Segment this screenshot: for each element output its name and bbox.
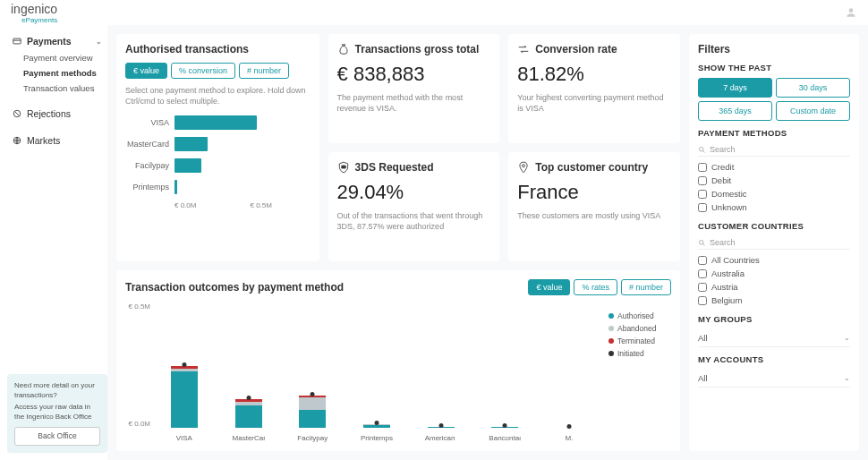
svg-text:3D: 3D	[341, 165, 345, 169]
filter-7days[interactable]: 7 days	[698, 78, 772, 98]
cc-search[interactable]: Search	[698, 236, 850, 250]
search-icon	[698, 239, 706, 247]
cc-belgium[interactable]: Belgium	[698, 294, 850, 307]
accounts-select[interactable]: All⌄	[698, 370, 850, 388]
outcomes-vbar-chart[interactable]: € 0.5M€ 0.0M VISAMasterCardFacilypayPrin…	[125, 302, 601, 442]
filter-365days[interactable]: 365 days	[698, 101, 772, 121]
pm-unknown[interactable]: Unknown	[698, 200, 850, 214]
svg-line-4	[15, 112, 20, 116]
top-country-value: France	[517, 181, 671, 204]
nav-payment-methods[interactable]: Payment methods	[7, 65, 107, 81]
user-icon[interactable]	[845, 6, 857, 19]
gross-total-card: Transactions gross total € 838,883 The p…	[328, 34, 500, 143]
nav-markets[interactable]: Markets	[7, 132, 107, 149]
globe-icon	[13, 136, 21, 145]
pm-credit[interactable]: Credit	[698, 160, 850, 174]
credit-card-icon	[13, 37, 21, 46]
reject-icon	[13, 109, 21, 118]
cc-austria[interactable]: Austria	[698, 280, 850, 294]
outcomes-pill-value[interactable]: € value	[528, 279, 570, 295]
conversion-icon	[517, 43, 530, 55]
pm-search[interactable]: Search	[698, 143, 850, 157]
conversion-rate-value: 81.82%	[517, 63, 671, 86]
gross-total-value: € 838,883	[337, 63, 491, 86]
money-bag-icon	[337, 43, 350, 55]
shield-icon: 3D	[337, 161, 350, 174]
svg-rect-1	[13, 38, 21, 44]
conversion-rate-card: Conversion rate 81.82% Your highest conv…	[508, 34, 680, 143]
pm-debit[interactable]: Debit	[698, 174, 850, 187]
chevron-down-icon: ⌄	[844, 334, 850, 342]
svg-point-0	[849, 8, 854, 13]
outcomes-legend: Authorised Abandoned Terminated Initiate…	[608, 302, 671, 442]
nav-rejections[interactable]: Rejections	[7, 105, 107, 123]
backoffice-card: Need more detail on your transactions? A…	[7, 374, 107, 453]
pill-conversion[interactable]: % conversion	[171, 63, 235, 79]
nav-payments[interactable]: Payments ⌄	[7, 32, 107, 50]
authorised-transactions-card: Authorised transactions € value % conver…	[116, 34, 319, 261]
card-title: Authorised transactions	[125, 43, 311, 55]
chevron-down-icon: ⌄	[844, 374, 850, 382]
outcomes-card: Transaction outcomes by payment method €…	[116, 270, 680, 451]
svg-line-11	[702, 243, 704, 245]
filter-30days[interactable]: 30 days	[776, 78, 850, 98]
cc-all[interactable]: All Countries	[698, 253, 850, 267]
outcomes-pill-number[interactable]: # number	[621, 279, 671, 295]
svg-line-9	[702, 150, 704, 152]
sidebar: Payments ⌄ Payment overview Payment meth…	[0, 25, 107, 460]
search-icon	[698, 146, 706, 154]
pm-domestic[interactable]: Domestic	[698, 187, 850, 200]
logo: ingenico ePayments	[11, 2, 57, 24]
nav-payment-overview[interactable]: Payment overview	[7, 50, 107, 65]
cc-australia[interactable]: Australia	[698, 267, 850, 280]
nav-transaction-values[interactable]: Transaction values	[7, 81, 107, 96]
back-office-button[interactable]: Back Office	[14, 427, 100, 446]
threeds-card: 3D 3DS Requested 29.04% Out of the trans…	[328, 152, 500, 261]
chart-hint: Select one payment method to explore. Ho…	[125, 86, 311, 106]
authorised-hbar-chart[interactable]: VISAMasterCardFacilypayPrintemps€ 0.0M€ …	[125, 115, 311, 209]
threeds-value: 29.04%	[337, 181, 491, 204]
pill-value[interactable]: € value	[125, 63, 167, 79]
chevron-down-icon: ⌄	[96, 38, 102, 46]
groups-select[interactable]: All⌄	[698, 329, 850, 347]
pill-number[interactable]: # number	[239, 63, 289, 79]
filter-custom[interactable]: Custom date	[776, 101, 850, 121]
location-pin-icon	[517, 161, 530, 174]
outcomes-pill-rates[interactable]: % rates	[574, 279, 617, 295]
svg-point-7	[523, 165, 525, 167]
filters-panel: Filters SHOW THE PAST 7 days 30 days 365…	[689, 34, 859, 451]
top-country-card: Top customer country France These custom…	[508, 152, 680, 261]
